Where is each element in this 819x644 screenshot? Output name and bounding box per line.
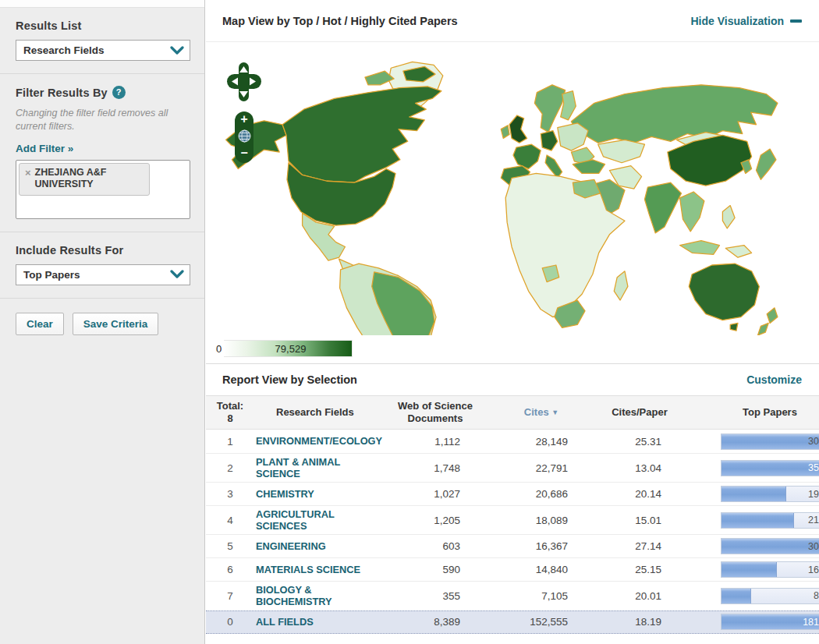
row-cites-per-paper: 20.01 <box>590 590 690 602</box>
row-cites-per-paper: 15.01 <box>590 515 690 526</box>
map-region-russia[interactable] <box>571 85 777 143</box>
column-header-research-fields[interactable]: Research Fields <box>254 406 378 419</box>
table-row: 1 ENVIRONMENT/ECOLOGY 1,112 28,149 25.31… <box>206 430 819 453</box>
map-region-tasmania[interactable] <box>730 323 738 331</box>
sidebar-top-strip <box>0 0 204 8</box>
map-region-germany[interactable] <box>541 131 558 150</box>
hide-visualization-link[interactable]: Hide Visualization <box>690 15 802 27</box>
row-cites-per-paper: 13.04 <box>590 462 690 474</box>
map-view-title: Map View by Top / Hot / Highly Cited Pap… <box>222 15 458 27</box>
map-area: + − 0 79,529 <box>206 42 819 364</box>
column-header-cites[interactable]: Cites ▼ <box>493 406 590 419</box>
research-field-link[interactable]: PLANT & ANIMAL SCIENCE <box>256 456 361 479</box>
filter-tag-label: ZHEJIANG A&F UNIVERSITY <box>35 167 127 191</box>
include-results-dropdown-value: Top Papers <box>23 269 80 281</box>
column-header-cites-per-paper[interactable]: Cites/Paper <box>590 406 690 419</box>
help-icon[interactable]: ? <box>112 86 126 99</box>
top-papers-bar-fill <box>722 434 819 449</box>
clear-button[interactable]: Clear <box>16 313 64 335</box>
row-wos-documents: 355 <box>378 590 493 602</box>
globe-icon[interactable] <box>238 129 251 143</box>
map-region-kazakhstan[interactable] <box>598 140 645 162</box>
row-cites: 28,149 <box>493 436 590 448</box>
map-region-canada[interactable] <box>282 87 441 182</box>
report-view-header: Report View by Selection Customize <box>206 364 819 395</box>
row-top-papers-value: 16 <box>808 564 819 575</box>
results-list-dropdown-value: Research Fields <box>23 44 105 56</box>
research-field-link[interactable]: MATERIALS SCIENCE <box>256 564 360 575</box>
map-region-uk[interactable] <box>509 115 527 143</box>
map-region-finland[interactable] <box>561 91 576 120</box>
map-region-southeast-asia[interactable] <box>680 192 704 232</box>
row-rank: 3 <box>206 488 254 500</box>
map-region-france[interactable] <box>513 144 541 168</box>
row-top-papers-value: 19 <box>808 489 819 500</box>
row-wos-documents: 603 <box>378 540 493 552</box>
map-region-china[interactable] <box>668 135 752 186</box>
legend-gradient-bar: 79,529 <box>224 340 353 357</box>
row-rank: 6 <box>206 564 254 575</box>
customize-link[interactable]: Customize <box>746 373 802 386</box>
remove-filter-icon[interactable]: × <box>25 167 31 179</box>
include-results-dropdown[interactable]: Top Papers <box>16 264 190 285</box>
row-top-papers-value: 35 <box>808 462 819 473</box>
report-table-header: Total: 8 Research Fields Web of Science … <box>206 395 819 430</box>
top-papers-bar[interactable] <box>721 512 819 529</box>
top-papers-bar[interactable] <box>721 561 819 578</box>
collapse-minus-icon <box>790 19 802 23</box>
report-table: Total: 8 Research Fields Web of Science … <box>206 395 819 634</box>
row-cites: 14,840 <box>493 564 590 575</box>
map-region-korea[interactable] <box>741 160 752 174</box>
top-papers-bar[interactable] <box>721 538 819 554</box>
map-region-japan[interactable] <box>756 149 775 179</box>
sort-desc-icon: ▼ <box>551 409 558 416</box>
row-cites: 152,555 <box>493 616 590 628</box>
row-wos-documents: 1,112 <box>378 436 493 448</box>
map-pan-control[interactable] <box>226 62 262 102</box>
add-filter-link[interactable]: Add Filter » <box>16 143 73 154</box>
top-papers-bar[interactable] <box>721 588 819 604</box>
zoom-in-button[interactable]: + <box>240 114 247 125</box>
map-region-philippines[interactable] <box>722 206 735 228</box>
zoom-out-button[interactable]: − <box>240 147 247 158</box>
results-list-dropdown[interactable]: Research Fields <box>16 40 190 61</box>
map-region-new-zealand[interactable] <box>757 308 777 335</box>
research-field-link[interactable]: BIOLOGY & BIOCHEMISTRY <box>256 584 361 607</box>
top-papers-bar[interactable] <box>721 433 819 450</box>
table-row: 3 CHEMISTRY 1,027 20,686 20.14 19 <box>206 482 819 505</box>
top-papers-bar-fill <box>722 562 777 577</box>
filter-tag[interactable]: × ZHEJIANG A&F UNIVERSITY <box>19 163 150 196</box>
filter-results-section: Filter Results By? Changing the filter f… <box>0 74 204 232</box>
map-region-australia[interactable] <box>689 264 759 320</box>
row-rank: 7 <box>206 590 254 602</box>
filter-results-heading-text: Filter Results By <box>16 87 108 99</box>
map-region-india[interactable] <box>644 182 681 233</box>
include-results-section: Include Results For Top Papers <box>0 232 204 299</box>
map-region-new-guinea[interactable] <box>725 246 751 258</box>
column-header-top-papers[interactable]: Top Papers <box>690 406 819 419</box>
row-top-papers-value: 30 <box>808 541 819 552</box>
total-header: Total: 8 <box>206 400 254 424</box>
map-region-scandinavia[interactable] <box>534 85 565 133</box>
save-criteria-button[interactable]: Save Criteria <box>73 313 159 335</box>
row-cites-per-paper: 27.14 <box>590 540 690 552</box>
map-legend: 0 79,529 <box>216 340 353 357</box>
research-field-link[interactable]: ALL FIELDS <box>256 616 314 628</box>
top-papers-bar-fill <box>722 513 794 528</box>
map-region-madagascar[interactable] <box>614 271 628 300</box>
top-papers-bar[interactable] <box>721 486 819 502</box>
filters-sidebar: Results List Research Fields Filter Resu… <box>0 0 205 644</box>
research-field-link[interactable]: ENGINEERING <box>256 540 326 552</box>
research-field-link[interactable]: AGRICULTURAL SCIENCES <box>256 508 361 532</box>
top-papers-bar[interactable] <box>721 460 819 476</box>
row-wos-documents: 1,205 <box>378 515 493 526</box>
map-region-ireland[interactable] <box>501 126 509 139</box>
map-region-eastern-europe[interactable] <box>558 123 588 150</box>
world-map[interactable] <box>212 45 812 335</box>
research-field-link[interactable]: ENVIRONMENT/ECOLOGY <box>256 435 361 447</box>
cites-header-label: Cites <box>524 406 549 418</box>
research-field-link[interactable]: CHEMISTRY <box>256 488 314 500</box>
column-header-wos-documents[interactable]: Web of Science Documents <box>378 400 493 424</box>
row-wos-documents: 1,027 <box>378 488 493 500</box>
map-region-indonesia[interactable] <box>680 241 720 255</box>
